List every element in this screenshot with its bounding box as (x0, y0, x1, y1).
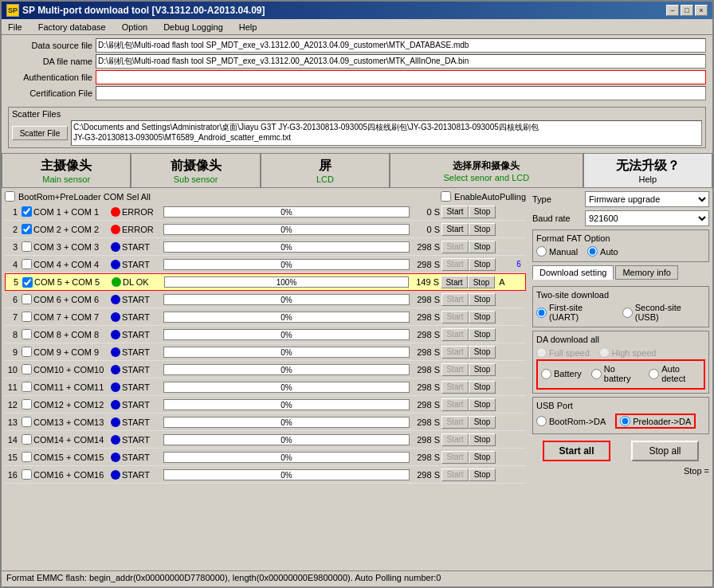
row-start-button[interactable]: Start (441, 468, 469, 481)
auto-detect-label[interactable]: Auto detect (649, 364, 700, 383)
preloader-da-label[interactable]: Preloader->DA (620, 416, 691, 426)
row-checkbox[interactable] (20, 277, 34, 288)
menu-help[interactable]: Help (236, 22, 261, 33)
row-stop-button[interactable]: Stop (469, 416, 496, 429)
no-battery-radio[interactable] (591, 369, 602, 379)
row-checkbox[interactable] (19, 259, 33, 269)
row-start-button[interactable]: Start (441, 276, 468, 288)
battery-label[interactable]: Battery (541, 369, 582, 379)
stop-all-button[interactable]: Stop all (631, 441, 699, 461)
data-source-input[interactable] (96, 38, 706, 53)
row-start-button[interactable]: Start (441, 451, 469, 464)
row-start-button[interactable]: Start (441, 293, 469, 306)
row-checkbox[interactable] (19, 469, 33, 480)
row-stop-button[interactable]: Stop (469, 206, 496, 218)
row-stop-button[interactable]: Stop (469, 398, 496, 411)
row-stop-button[interactable]: Stop (469, 328, 496, 341)
row-stop-button[interactable]: Stop (469, 223, 496, 236)
menu-file[interactable]: File (5, 22, 26, 33)
row-start-button[interactable]: Start (441, 258, 469, 271)
scatter-input[interactable]: C:\Documents and Settings\Administrator\… (71, 120, 702, 146)
row-start-button[interactable]: Start (441, 381, 469, 394)
row-start-button[interactable]: Start (441, 433, 469, 446)
row-start-button[interactable]: Start (441, 398, 469, 411)
row-checkbox[interactable] (19, 224, 33, 234)
minimize-button[interactable]: − (666, 5, 679, 16)
row-stop-button[interactable]: Stop (469, 346, 496, 359)
high-speed-radio[interactable] (599, 347, 610, 358)
row-stop-button[interactable]: Stop (469, 241, 496, 253)
row-checkbox[interactable] (19, 452, 33, 462)
row-stop-button[interactable]: Stop (469, 433, 496, 446)
com-sel-all-checkbox[interactable] (5, 191, 15, 202)
enable-auto-pulling-checkbox[interactable] (441, 191, 451, 202)
tab-download-setting[interactable]: Download setting (532, 265, 614, 280)
table-row: 12 COM12 + COM12 START 0% 298 S Start St… (5, 396, 526, 414)
lcd-en: LCD (316, 174, 334, 184)
tab-select-sensor[interactable]: 选择屏和摄像头 Select senor and LCD (390, 153, 583, 188)
row-start-button[interactable]: Start (441, 241, 469, 253)
tab-lcd[interactable]: 屏 LCD (261, 153, 390, 188)
row-stop-button[interactable]: Stop (469, 381, 496, 394)
cert-file-input[interactable] (96, 86, 706, 100)
row-stop-button[interactable]: Stop (468, 276, 495, 288)
auto-detect-radio[interactable] (649, 369, 659, 379)
tab-help[interactable]: 无法升级？ Help (583, 153, 712, 188)
tab-main-sensor[interactable]: 主摄像头 Main sensor (2, 153, 131, 188)
tab-memory-info[interactable]: Memory info (615, 265, 678, 280)
row-stop-button[interactable]: Stop (469, 363, 496, 376)
row-checkbox[interactable] (19, 417, 33, 427)
menu-factory[interactable]: Factory database (35, 22, 109, 33)
row-start-button[interactable]: Start (441, 416, 469, 429)
bootrom-da-label[interactable]: BootRom->DA (536, 416, 606, 426)
row-checkbox[interactable] (19, 347, 33, 357)
row-checkbox[interactable] (19, 382, 33, 392)
no-battery-label[interactable]: No battery (591, 364, 639, 383)
maximize-button[interactable]: □ (681, 5, 693, 16)
second-site-label[interactable]: Second-site (USB) (622, 303, 705, 322)
high-speed-label[interactable]: High speed (599, 347, 657, 358)
row-stop-button[interactable]: Stop (469, 311, 496, 323)
battery-section: Battery No battery Auto detect (536, 359, 705, 390)
row-start-button[interactable]: Start (441, 346, 469, 359)
format-auto-radio[interactable] (587, 246, 598, 257)
row-checkbox[interactable] (19, 294, 33, 304)
row-start-button[interactable]: Start (441, 206, 469, 218)
row-stop-button[interactable]: Stop (469, 451, 496, 464)
da-file-input[interactable] (96, 54, 706, 69)
row-checkbox[interactable] (19, 399, 33, 410)
baud-select[interactable]: 921600 (585, 210, 709, 226)
row-checkbox[interactable] (19, 329, 33, 339)
type-select[interactable]: Firmware upgrade (585, 191, 709, 207)
scatter-file-button[interactable]: Scatter File (12, 126, 68, 140)
auth-file-input[interactable] (96, 70, 706, 84)
preloader-da-radio[interactable] (620, 416, 630, 426)
row-start-button[interactable]: Start (441, 311, 469, 323)
bootrom-da-radio[interactable] (536, 416, 547, 426)
row-start-button[interactable]: Start (441, 328, 469, 341)
battery-radio[interactable] (541, 369, 551, 379)
full-speed-label[interactable]: Full speed (536, 347, 590, 358)
row-start-button[interactable]: Start (441, 363, 469, 376)
close-button[interactable]: × (695, 5, 708, 16)
row-stop-button[interactable]: Stop (469, 293, 496, 306)
tab-sub-sensor[interactable]: 前摄像头 Sub sensor (131, 153, 260, 188)
menu-debug[interactable]: Debug Logging (160, 22, 226, 33)
row-stop-button[interactable]: Stop (469, 258, 496, 271)
second-site-radio[interactable] (622, 308, 633, 318)
row-checkbox[interactable] (19, 312, 33, 322)
first-site-label[interactable]: First-site (UART) (536, 303, 613, 322)
format-manual-radio[interactable] (536, 246, 547, 257)
first-site-radio[interactable] (536, 308, 547, 318)
row-checkbox[interactable] (19, 241, 33, 252)
row-checkbox[interactable] (19, 364, 33, 374)
row-start-button[interactable]: Start (441, 223, 469, 236)
format-manual-label[interactable]: Manual (536, 246, 578, 257)
full-speed-radio[interactable] (536, 347, 547, 358)
row-checkbox[interactable] (19, 434, 33, 445)
row-checkbox[interactable] (19, 206, 33, 217)
start-all-button[interactable]: Start all (543, 441, 610, 461)
row-stop-button[interactable]: Stop (469, 468, 496, 481)
menu-option[interactable]: Option (119, 22, 151, 33)
format-auto-label[interactable]: Auto (587, 246, 618, 257)
